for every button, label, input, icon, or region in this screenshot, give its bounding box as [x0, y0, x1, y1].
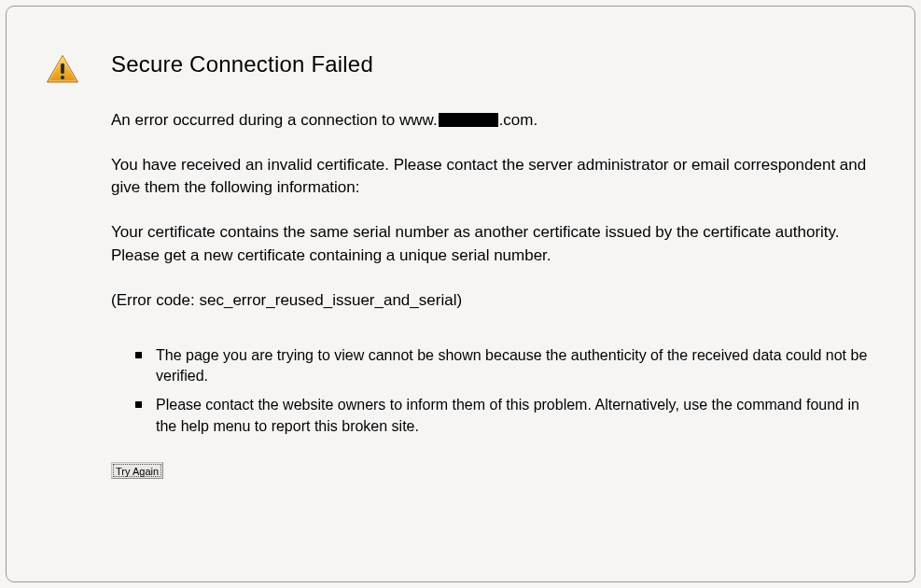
bullet-list: The page you are trying to view cannot b… — [135, 345, 872, 438]
icon-column — [46, 51, 111, 88]
content-row: Secure Connection Failed An error occurr… — [46, 51, 872, 479]
bullet-item: Please contact the website owners to inf… — [135, 395, 872, 437]
text-column: Secure Connection Failed An error occurr… — [111, 51, 872, 479]
intro-prefix: An error occurred during a connection to… — [111, 111, 438, 129]
invalid-cert-paragraph: You have received an invalid certificate… — [111, 154, 872, 199]
intro-line: An error occurred during a connection to… — [111, 109, 872, 132]
page-title: Secure Connection Failed — [111, 51, 872, 77]
try-again-button[interactable]: Try Again — [111, 462, 163, 479]
svg-point-1 — [61, 76, 64, 79]
warning-icon — [46, 54, 79, 84]
serial-number-paragraph: Your certificate contains the same seria… — [111, 221, 872, 266]
intro-suffix: .com. — [499, 111, 538, 129]
redacted-domain — [439, 113, 498, 127]
svg-rect-0 — [61, 63, 64, 74]
error-message: An error occurred during a connection to… — [111, 109, 872, 312]
error-code-line: (Error code: sec_error_reused_issuer_and… — [111, 289, 872, 312]
button-row: Try Again — [111, 462, 872, 480]
bullet-item: The page you are trying to view cannot b… — [135, 345, 872, 387]
error-panel: Secure Connection Failed An error occurr… — [6, 6, 915, 582]
